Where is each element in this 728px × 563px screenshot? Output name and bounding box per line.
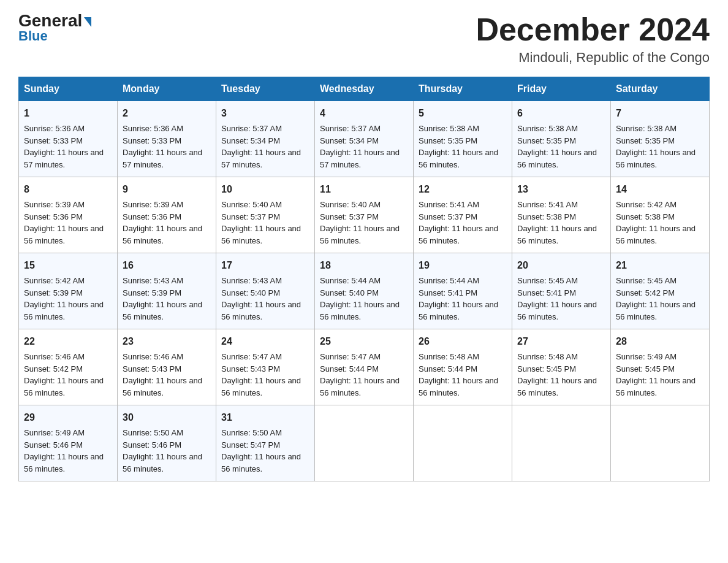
calendar-day-cell: 9Sunrise: 5:39 AMSunset: 5:36 PMDaylight… bbox=[118, 177, 216, 253]
day-info: Sunrise: 5:49 AMSunset: 5:46 PMDaylight:… bbox=[24, 428, 104, 473]
calendar-day-cell: 7Sunrise: 5:38 AMSunset: 5:35 PMDaylight… bbox=[611, 101, 710, 177]
calendar-day-cell: 18Sunrise: 5:44 AMSunset: 5:40 PMDayligh… bbox=[315, 253, 414, 329]
day-info: Sunrise: 5:47 AMSunset: 5:44 PMDaylight:… bbox=[320, 352, 400, 397]
calendar-day-cell: 23Sunrise: 5:46 AMSunset: 5:43 PMDayligh… bbox=[118, 329, 216, 405]
day-info: Sunrise: 5:41 AMSunset: 5:37 PMDaylight:… bbox=[419, 200, 498, 245]
day-number: 12 bbox=[419, 182, 507, 197]
day-info: Sunrise: 5:48 AMSunset: 5:44 PMDaylight:… bbox=[419, 352, 498, 397]
day-info: Sunrise: 5:44 AMSunset: 5:41 PMDaylight:… bbox=[419, 276, 498, 321]
day-info: Sunrise: 5:43 AMSunset: 5:40 PMDaylight:… bbox=[221, 276, 301, 321]
calendar-day-cell: 27Sunrise: 5:48 AMSunset: 5:45 PMDayligh… bbox=[512, 329, 611, 405]
day-info: Sunrise: 5:36 AMSunset: 5:33 PMDaylight:… bbox=[123, 124, 202, 169]
calendar-day-cell: 13Sunrise: 5:41 AMSunset: 5:38 PMDayligh… bbox=[512, 177, 611, 253]
calendar-day-cell: 26Sunrise: 5:48 AMSunset: 5:44 PMDayligh… bbox=[414, 329, 512, 405]
calendar-day-cell: 24Sunrise: 5:47 AMSunset: 5:43 PMDayligh… bbox=[216, 329, 315, 405]
day-info: Sunrise: 5:43 AMSunset: 5:39 PMDaylight:… bbox=[123, 276, 202, 321]
calendar-day-cell: 28Sunrise: 5:49 AMSunset: 5:45 PMDayligh… bbox=[611, 329, 710, 405]
day-number: 16 bbox=[123, 258, 211, 273]
logo-general: General bbox=[18, 12, 91, 29]
calendar-day-cell bbox=[611, 405, 710, 481]
day-number: 17 bbox=[221, 258, 309, 273]
calendar-week-row: 8Sunrise: 5:39 AMSunset: 5:36 PMDaylight… bbox=[19, 177, 710, 253]
title-area: December 2024 Mindouli, Republic of the … bbox=[476, 12, 710, 66]
day-number: 8 bbox=[24, 182, 112, 197]
calendar-table: SundayMondayTuesdayWednesdayThursdayFrid… bbox=[18, 77, 710, 481]
day-info: Sunrise: 5:37 AMSunset: 5:34 PMDaylight:… bbox=[221, 124, 301, 169]
day-info: Sunrise: 5:37 AMSunset: 5:34 PMDaylight:… bbox=[320, 124, 400, 169]
day-info: Sunrise: 5:46 AMSunset: 5:43 PMDaylight:… bbox=[123, 352, 202, 397]
calendar-day-cell: 1Sunrise: 5:36 AMSunset: 5:33 PMDaylight… bbox=[19, 101, 118, 177]
day-number: 29 bbox=[24, 410, 112, 425]
calendar-day-cell: 21Sunrise: 5:45 AMSunset: 5:42 PMDayligh… bbox=[611, 253, 710, 329]
logo-blue: Blue bbox=[18, 28, 48, 44]
day-info: Sunrise: 5:45 AMSunset: 5:41 PMDaylight:… bbox=[517, 276, 597, 321]
day-number: 9 bbox=[123, 182, 211, 197]
day-number: 5 bbox=[419, 106, 507, 121]
calendar-header-row: SundayMondayTuesdayWednesdayThursdayFrid… bbox=[19, 77, 710, 101]
day-number: 26 bbox=[419, 334, 507, 349]
calendar-week-row: 15Sunrise: 5:42 AMSunset: 5:39 PMDayligh… bbox=[19, 253, 710, 329]
calendar-day-cell: 20Sunrise: 5:45 AMSunset: 5:41 PMDayligh… bbox=[512, 253, 611, 329]
day-number: 30 bbox=[123, 410, 211, 425]
day-number: 27 bbox=[517, 334, 605, 349]
calendar-day-cell: 25Sunrise: 5:47 AMSunset: 5:44 PMDayligh… bbox=[315, 329, 414, 405]
day-number: 23 bbox=[123, 334, 211, 349]
day-info: Sunrise: 5:46 AMSunset: 5:42 PMDaylight:… bbox=[24, 352, 104, 397]
day-info: Sunrise: 5:45 AMSunset: 5:42 PMDaylight:… bbox=[616, 276, 696, 321]
calendar-day-cell: 22Sunrise: 5:46 AMSunset: 5:42 PMDayligh… bbox=[19, 329, 118, 405]
day-info: Sunrise: 5:42 AMSunset: 5:39 PMDaylight:… bbox=[24, 276, 104, 321]
day-info: Sunrise: 5:38 AMSunset: 5:35 PMDaylight:… bbox=[517, 124, 597, 169]
calendar-day-cell: 29Sunrise: 5:49 AMSunset: 5:46 PMDayligh… bbox=[19, 405, 118, 481]
day-number: 10 bbox=[221, 182, 309, 197]
day-number: 14 bbox=[616, 182, 704, 197]
calendar-day-cell: 3Sunrise: 5:37 AMSunset: 5:34 PMDaylight… bbox=[216, 101, 315, 177]
calendar-day-cell: 6Sunrise: 5:38 AMSunset: 5:35 PMDaylight… bbox=[512, 101, 611, 177]
day-info: Sunrise: 5:50 AMSunset: 5:46 PMDaylight:… bbox=[123, 428, 202, 473]
day-number: 20 bbox=[517, 258, 605, 273]
day-info: Sunrise: 5:48 AMSunset: 5:45 PMDaylight:… bbox=[517, 352, 597, 397]
calendar-day-cell: 14Sunrise: 5:42 AMSunset: 5:38 PMDayligh… bbox=[611, 177, 710, 253]
calendar-day-cell: 5Sunrise: 5:38 AMSunset: 5:35 PMDaylight… bbox=[414, 101, 512, 177]
calendar-day-cell bbox=[315, 405, 414, 481]
calendar-header-cell: Wednesday bbox=[315, 77, 414, 101]
calendar-week-row: 1Sunrise: 5:36 AMSunset: 5:33 PMDaylight… bbox=[19, 101, 710, 177]
day-number: 11 bbox=[320, 182, 408, 197]
day-number: 7 bbox=[616, 106, 704, 121]
calendar-day-cell: 16Sunrise: 5:43 AMSunset: 5:39 PMDayligh… bbox=[118, 253, 216, 329]
day-number: 19 bbox=[419, 258, 507, 273]
day-number: 1 bbox=[24, 106, 112, 121]
day-info: Sunrise: 5:40 AMSunset: 5:37 PMDaylight:… bbox=[320, 200, 400, 245]
month-title: December 2024 bbox=[476, 12, 710, 47]
location-title: Mindouli, Republic of the Congo bbox=[476, 50, 710, 66]
day-number: 18 bbox=[320, 258, 408, 273]
day-number: 3 bbox=[221, 106, 309, 121]
day-info: Sunrise: 5:42 AMSunset: 5:38 PMDaylight:… bbox=[616, 200, 696, 245]
calendar-header-cell: Saturday bbox=[611, 77, 710, 101]
day-number: 22 bbox=[24, 334, 112, 349]
day-info: Sunrise: 5:40 AMSunset: 5:37 PMDaylight:… bbox=[221, 200, 301, 245]
calendar-header-cell: Friday bbox=[512, 77, 611, 101]
calendar-header-cell: Sunday bbox=[19, 77, 118, 101]
calendar-header-cell: Monday bbox=[118, 77, 216, 101]
day-number: 13 bbox=[517, 182, 605, 197]
day-number: 24 bbox=[221, 334, 309, 349]
calendar-day-cell: 8Sunrise: 5:39 AMSunset: 5:36 PMDaylight… bbox=[19, 177, 118, 253]
day-info: Sunrise: 5:47 AMSunset: 5:43 PMDaylight:… bbox=[221, 352, 301, 397]
page-header: General Blue December 2024 Mindouli, Rep… bbox=[18, 12, 710, 66]
calendar-day-cell: 10Sunrise: 5:40 AMSunset: 5:37 PMDayligh… bbox=[216, 177, 315, 253]
day-info: Sunrise: 5:39 AMSunset: 5:36 PMDaylight:… bbox=[24, 200, 104, 245]
day-info: Sunrise: 5:36 AMSunset: 5:33 PMDaylight:… bbox=[24, 124, 104, 169]
day-number: 28 bbox=[616, 334, 704, 349]
calendar-body: 1Sunrise: 5:36 AMSunset: 5:33 PMDaylight… bbox=[19, 101, 710, 481]
logo: General Blue bbox=[18, 12, 91, 44]
calendar-header-cell: Tuesday bbox=[216, 77, 315, 101]
day-number: 2 bbox=[123, 106, 211, 121]
calendar-day-cell: 30Sunrise: 5:50 AMSunset: 5:46 PMDayligh… bbox=[118, 405, 216, 481]
calendar-day-cell: 2Sunrise: 5:36 AMSunset: 5:33 PMDaylight… bbox=[118, 101, 216, 177]
day-number: 25 bbox=[320, 334, 408, 349]
calendar-week-row: 22Sunrise: 5:46 AMSunset: 5:42 PMDayligh… bbox=[19, 329, 710, 405]
calendar-day-cell: 12Sunrise: 5:41 AMSunset: 5:37 PMDayligh… bbox=[414, 177, 512, 253]
calendar-day-cell: 19Sunrise: 5:44 AMSunset: 5:41 PMDayligh… bbox=[414, 253, 512, 329]
day-number: 6 bbox=[517, 106, 605, 121]
calendar-day-cell: 15Sunrise: 5:42 AMSunset: 5:39 PMDayligh… bbox=[19, 253, 118, 329]
